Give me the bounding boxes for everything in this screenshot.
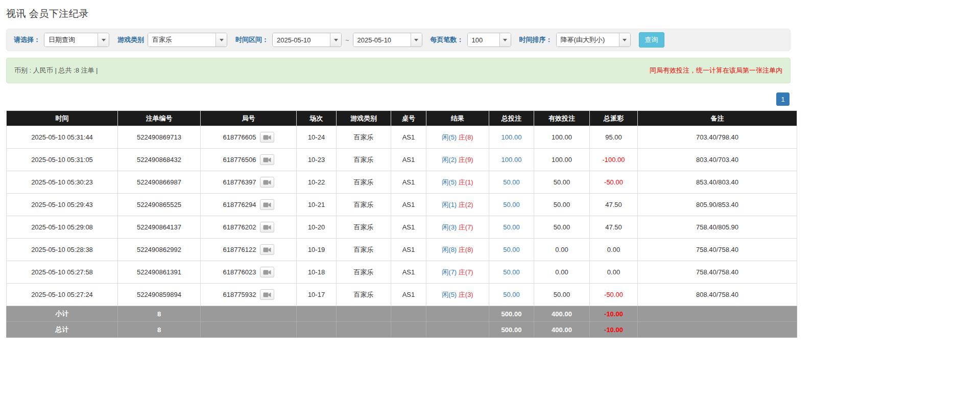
video-replay-button[interactable] (260, 132, 274, 143)
table-row: 2025-05-10 05:31:44522490869713618776605… (7, 126, 797, 149)
chevron-down-icon[interactable] (216, 33, 227, 46)
cell-payout: 0.00 (590, 239, 638, 261)
result-banker: 庄(7) (459, 223, 473, 231)
result-player: 闲(7) (442, 268, 457, 276)
table-row: 2025-05-10 05:27:58522490861391618776023… (7, 261, 797, 284)
cell-valid-bet: 50.00 (534, 216, 590, 239)
video-replay-button[interactable] (260, 244, 274, 255)
cell-round-id: 618776294 (201, 194, 297, 216)
total-bet-link[interactable]: 100.00 (501, 133, 522, 141)
game-type-input[interactable] (148, 33, 216, 46)
filter-group-sort: 时间排序： (519, 33, 631, 47)
cell-total-bet: 50.00 (489, 194, 534, 216)
table-footer: 小计 8 500.00 400.00 -10.00 总计 8 (7, 306, 797, 338)
round-id-text: 618776023 (223, 268, 256, 276)
cell-round-id: 618776605 (201, 126, 297, 149)
cell-game-type: 百家乐 (337, 171, 391, 194)
cell-game-type: 百家乐 (337, 126, 391, 149)
cell-total-bet: 50.00 (489, 239, 534, 261)
subtotal-label: 小计 (7, 306, 118, 322)
chevron-down-icon[interactable] (330, 33, 341, 46)
cell-table-no: AS1 (391, 216, 426, 239)
search-button[interactable]: 查询 (639, 32, 664, 48)
cell-empty (201, 322, 297, 338)
cell-bet-id: 522490861391 (118, 261, 201, 284)
date-from-input[interactable] (273, 33, 330, 46)
cell-valid-bet: 100.00 (534, 149, 590, 171)
date-to-input[interactable] (353, 33, 411, 46)
cell-round-id: 618776023 (201, 261, 297, 284)
table-row: 2025-05-10 05:28:38522490862992618776122… (7, 239, 797, 261)
sort-combobox[interactable] (556, 33, 631, 47)
video-replay-button[interactable] (260, 177, 274, 188)
date-to-combobox[interactable] (353, 33, 422, 47)
table-header: 时间 注单编号 局号 场次 游戏类别 桌号 结果 总投注 有效投注 总派彩 备注 (7, 111, 797, 126)
page-button-1[interactable]: 1 (776, 92, 790, 106)
total-bet-link[interactable]: 50.00 (503, 246, 520, 253)
total-bet-link[interactable]: 50.00 (503, 178, 520, 186)
cell-session: 10-24 (297, 126, 337, 149)
cell-payout: -50.00 (590, 171, 638, 194)
total-row: 总计 8 500.00 400.00 -10.00 (7, 322, 797, 338)
cell-valid-bet: 50.00 (534, 194, 590, 216)
game-type-combobox[interactable] (148, 33, 227, 47)
query-type-combobox[interactable] (44, 33, 109, 47)
subtotal-row: 小计 8 500.00 400.00 -10.00 (7, 306, 797, 322)
total-bet-link[interactable]: 50.00 (503, 223, 520, 231)
cell-empty (337, 322, 391, 338)
cell-valid-bet: 0.00 (534, 239, 590, 261)
cell-session: 10-23 (297, 149, 337, 171)
cell-valid-bet: 50.00 (534, 171, 590, 194)
filter-group-page-size: 每页笔数： (431, 33, 511, 47)
result-banker: 庄(1) (459, 178, 473, 186)
cell-remark: 853.40/803.40 (638, 171, 797, 194)
query-type-input[interactable] (44, 33, 98, 46)
cell-result: 闲(5) 庄(3) (426, 284, 489, 306)
chevron-down-icon[interactable] (619, 33, 630, 46)
chevron-down-icon[interactable] (499, 33, 511, 46)
cell-empty (638, 322, 797, 338)
date-from-combobox[interactable] (272, 33, 342, 47)
video-replay-button[interactable] (260, 289, 274, 300)
video-camera-icon (263, 247, 271, 253)
cell-empty (297, 322, 337, 338)
total-bet-link[interactable]: 100.00 (501, 156, 522, 164)
table-body: 2025-05-10 05:31:44522490869713618776605… (7, 126, 797, 306)
header-session: 场次 (297, 111, 337, 126)
cell-total-bet: 50.00 (489, 284, 534, 306)
chevron-down-icon[interactable] (98, 33, 109, 46)
cell-bet-id: 522490869713 (118, 126, 201, 149)
game-type-label: 游戏类别 (117, 35, 144, 44)
chevron-down-icon[interactable] (411, 33, 422, 46)
cell-payout: 47.50 (590, 216, 638, 239)
cell-bet-id: 522490859894 (118, 284, 201, 306)
sort-input[interactable] (557, 33, 619, 46)
cell-payout: -100.00 (590, 149, 638, 171)
cell-round-id: 618776397 (201, 171, 297, 194)
cell-time: 2025-05-10 05:29:08 (7, 216, 118, 239)
total-total-bet: 500.00 (489, 322, 534, 338)
cell-result: 闲(5) 庄(8) (426, 126, 489, 149)
result-banker: 庄(8) (459, 246, 473, 253)
result-banker: 庄(8) (459, 133, 473, 141)
total-bet-link[interactable]: 50.00 (503, 268, 520, 276)
page: 视讯 会员下注纪录 请选择： 游戏类别 时间区间： ~ (0, 0, 791, 338)
cell-payout: 47.50 (590, 194, 638, 216)
page-size-combobox[interactable] (467, 33, 511, 47)
video-replay-button[interactable] (260, 154, 274, 165)
total-bet-link[interactable]: 50.00 (503, 201, 520, 208)
bet-records-table: 时间 注单编号 局号 场次 游戏类别 桌号 结果 总投注 有效投注 总派彩 备注… (6, 110, 797, 338)
total-bet-link[interactable]: 50.00 (503, 291, 520, 298)
filter-group-query-type: 请选择： (14, 33, 109, 47)
page-size-input[interactable] (468, 33, 499, 46)
result-player: 闲(2) (442, 156, 457, 164)
video-replay-button[interactable] (260, 199, 274, 210)
sort-label: 时间排序： (519, 35, 553, 44)
round-id-text: 618776202 (223, 223, 256, 231)
video-replay-button[interactable] (260, 222, 274, 232)
cell-table-no: AS1 (391, 194, 426, 216)
cell-result: 闲(7) 庄(7) (426, 261, 489, 284)
video-camera-icon (263, 202, 271, 208)
video-camera-icon (263, 179, 271, 185)
video-replay-button[interactable] (260, 267, 274, 277)
